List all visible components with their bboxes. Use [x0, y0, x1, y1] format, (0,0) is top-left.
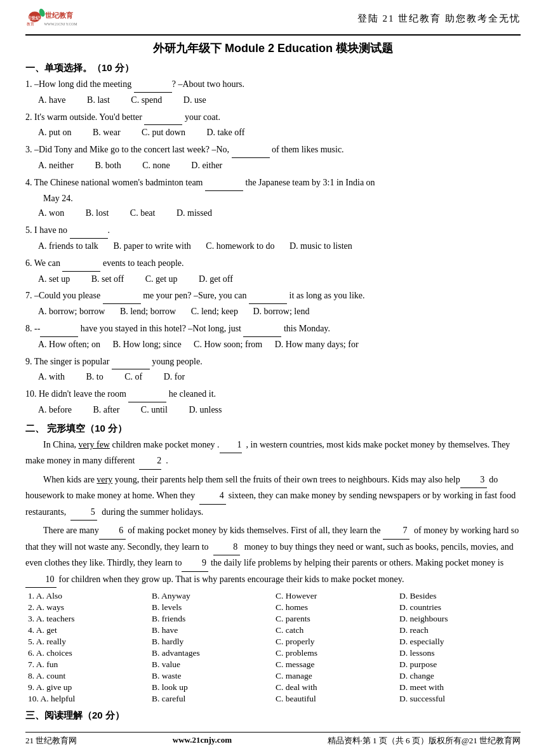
- blank-2: 2: [139, 453, 161, 470]
- blank-8: 8: [213, 540, 240, 556]
- c6-d: D. lessons: [397, 647, 521, 659]
- q5-blank: [70, 223, 108, 239]
- blank-1: 1: [220, 437, 242, 454]
- c4-a: 4. A. get: [25, 625, 149, 636]
- section2-header: 二、 完形填空（10 分）: [25, 423, 521, 435]
- page: 21世纪 教育 世纪教育 WWW.21CNJ Y.COM 登陆 21 世纪教育 …: [0, 0, 546, 756]
- q8-blank1: [40, 321, 78, 337]
- c5-a: 5. A. really: [25, 636, 149, 647]
- blank-5: 5: [70, 505, 97, 521]
- c2-d: D. countries: [397, 602, 521, 613]
- footer-left: 21 世纪教育网: [25, 735, 77, 746]
- c2-b: B. levels: [149, 602, 273, 613]
- question-9: 9. The singer is popular young people. A…: [25, 354, 521, 385]
- choice-row-9: 9. A. give up B. look up C. deal with D.…: [25, 682, 521, 693]
- logo-area: 21世纪 教育 世纪教育 WWW.21CNJ Y.COM: [25, 6, 83, 30]
- blank-10: 10: [25, 572, 57, 588]
- q10-options: A. before B. after C. until D. unless: [38, 402, 521, 418]
- section1: 一、单项选择。（10 分） 1. –How long did the meeti…: [25, 62, 521, 418]
- choice-row-7: 7. A. fun B. value C. message D. purpose: [25, 659, 521, 670]
- c3-b: B. friends: [149, 613, 273, 625]
- main-title: 外研九年级下 Module 2 Education 模块测试题: [25, 41, 521, 56]
- q7-blank1: [103, 288, 141, 304]
- section2: 二、 完形填空（10 分） In China, very few childre…: [25, 423, 521, 705]
- c8-b: B. waste: [149, 670, 273, 682]
- c8-a: 8. A. count: [25, 670, 149, 682]
- choice-row-10: 10. A. helpful B. careful C. beautiful D…: [25, 693, 521, 705]
- c5-d: D. especially: [397, 636, 521, 647]
- c10-d: D. successful: [397, 693, 521, 705]
- q6-options: A. set up B. set off C. get up D. get of…: [38, 272, 521, 287]
- question-4: 4. The Chinese national women's badminto…: [25, 175, 521, 221]
- q3-options: A. neither B. both C. none D. either: [38, 158, 521, 173]
- q3-blank: [232, 142, 270, 158]
- question-2: 2. It's warm outside. You'd better your …: [25, 110, 521, 141]
- blank-6: 6: [99, 523, 126, 540]
- question-1: 1. –How long did the meeting ? –About tw…: [25, 77, 521, 108]
- question-10: 10. He didn't leave the room he cleaned …: [25, 387, 521, 418]
- c6-c: C. problems: [273, 647, 397, 659]
- choice-row-5: 5. A. really B. hardly C. properly D. es…: [25, 636, 521, 647]
- section1-header: 一、单项选择。（10 分）: [25, 62, 521, 74]
- q8-options: A. How often; on B. How long; since C. H…: [38, 337, 521, 352]
- passage-p2: When kids are very young, their parents …: [25, 472, 521, 521]
- c7-b: B. value: [149, 659, 273, 670]
- c9-c: C. deal with: [273, 682, 397, 693]
- c9-b: B. look up: [149, 682, 273, 693]
- c9-a: 9. A. give up: [25, 682, 149, 693]
- c8-c: C. manage: [273, 670, 397, 682]
- c3-a: 3. A. teachers: [25, 613, 149, 625]
- header: 21世纪 教育 世纪教育 WWW.21CNJ Y.COM 登陆 21 世纪教育 …: [25, 6, 521, 36]
- svg-text:教育: 教育: [27, 22, 34, 26]
- q8-blank2: [243, 321, 281, 337]
- c9-d: D. meet with: [397, 682, 521, 693]
- title-text: 外研九年级下 Module 2 Education 模块测试题: [153, 42, 393, 55]
- section3: 三、阅读理解（20 分）: [25, 710, 521, 722]
- footer-center: www.21cnjy.com: [173, 735, 232, 746]
- blank-4: 4: [199, 488, 226, 505]
- logo-icon: 21世纪 教育 世纪教育 WWW.21CNJ Y.COM: [25, 6, 83, 30]
- header-slogan: 登陆 21 世纪教育 助您教考全无忧: [357, 13, 521, 25]
- q5-options: A. friends to talk B. paper to write wit…: [38, 239, 521, 254]
- c1-c: C. However: [273, 590, 397, 602]
- c8-d: D. change: [397, 670, 521, 682]
- c1-a: 1. A. Also: [25, 590, 149, 602]
- c1-b: B. Anyway: [149, 590, 273, 602]
- c10-c: C. beautiful: [273, 693, 397, 705]
- q7-options: A. borrow; borrow B. lend; borrow C. len…: [38, 304, 521, 319]
- q9-options: A. with B. to C. of D. for: [38, 369, 521, 385]
- blank-9: 9: [182, 555, 208, 572]
- svg-text:21世纪: 21世纪: [27, 15, 41, 21]
- q7-blank2: [249, 288, 287, 304]
- choice-row-4: 4. A. get B. have C. catch D. reach: [25, 625, 521, 636]
- q2-blank: [144, 110, 182, 126]
- c10-b: B. careful: [149, 693, 273, 705]
- passage-p3: There are many 6 of making pocket money …: [25, 523, 521, 588]
- passage-p1: In China, very few children make pocket …: [25, 437, 521, 470]
- choice-row-1: 1. A. Also B. Anyway C. However D. Besid…: [25, 590, 521, 602]
- q1-num: 1. –How long did the meeting ? –About tw…: [25, 79, 244, 89]
- q4-options: A. won B. lost C. beat D. missed: [38, 206, 521, 221]
- c7-c: C. message: [273, 659, 397, 670]
- section3-header: 三、阅读理解（20 分）: [25, 710, 521, 722]
- q1-options: A. have B. last C. spend D. use: [38, 93, 521, 108]
- c4-c: C. catch: [273, 625, 397, 636]
- choice-row-3: 3. A. teachers B. friends C. parents D. …: [25, 613, 521, 625]
- c4-d: D. reach: [397, 625, 521, 636]
- question-7: 7. –Could you please me your pen? –Sure,…: [25, 288, 521, 319]
- c5-c: C. properly: [273, 636, 397, 647]
- c6-a: 6. A. choices: [25, 647, 149, 659]
- footer-right: 精品资料·第 1 页（共 6 页）版权所有@21 世纪教育网: [328, 735, 521, 746]
- q1-blank: [134, 77, 172, 93]
- q9-blank: [112, 354, 150, 370]
- q2-options: A. put on B. wear C. put down D. take of…: [38, 125, 521, 140]
- c7-a: 7. A. fun: [25, 659, 149, 670]
- q4-blank: [205, 175, 243, 191]
- c7-d: D. purpose: [397, 659, 521, 670]
- choice-table: 1. A. Also B. Anyway C. However D. Besid…: [25, 590, 521, 705]
- choice-row-8: 8. A. count B. waste C. manage D. change: [25, 670, 521, 682]
- question-6: 6. We can events to teach people. A. set…: [25, 256, 521, 287]
- choice-row-6: 6. A. choices B. advantages C. problems …: [25, 647, 521, 659]
- choice-row-2: 2. A. ways B. levels C. homes D. countri…: [25, 602, 521, 613]
- q10-blank: [128, 387, 166, 402]
